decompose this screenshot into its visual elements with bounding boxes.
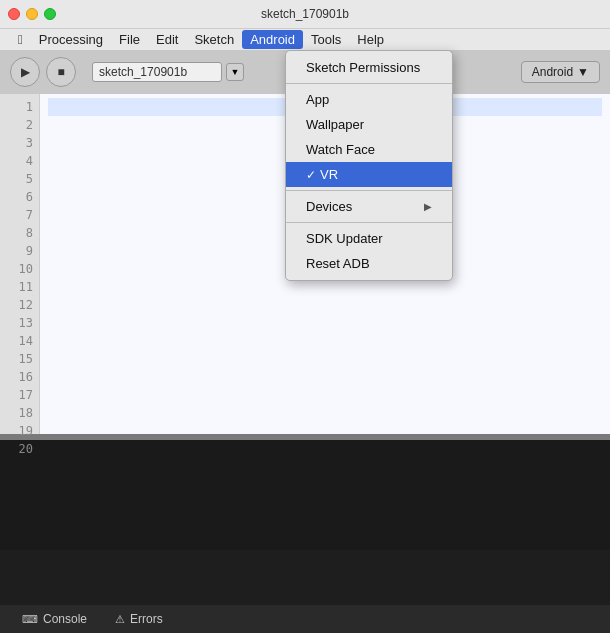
menu-reset-adb[interactable]: Reset ADB bbox=[286, 251, 452, 276]
stop-icon: ■ bbox=[57, 65, 64, 79]
editor-line-17 bbox=[48, 386, 602, 404]
menu-android[interactable]: Android bbox=[242, 30, 303, 49]
errors-tab-label: Errors bbox=[130, 612, 163, 626]
menu-wallpaper[interactable]: Wallpaper bbox=[286, 112, 452, 137]
menu-vr[interactable]: ✓ VR bbox=[286, 162, 452, 187]
menu-watch-face[interactable]: Watch Face bbox=[286, 137, 452, 162]
dropdown-arrow-icon: ▼ bbox=[231, 67, 240, 77]
editor-line-15 bbox=[48, 350, 602, 368]
android-label: Android bbox=[532, 65, 573, 79]
reset-adb-label: Reset ADB bbox=[306, 256, 370, 271]
stop-button[interactable]: ■ bbox=[46, 57, 76, 87]
console-tab[interactable]: ⌨ Console bbox=[8, 608, 101, 630]
app-label: App bbox=[306, 92, 329, 107]
console-icon: ⌨ bbox=[22, 613, 38, 626]
menu-file[interactable]: File bbox=[111, 30, 148, 49]
traffic-light-red[interactable] bbox=[8, 8, 20, 20]
window-title: sketch_170901b bbox=[261, 7, 349, 21]
separator-2 bbox=[286, 190, 452, 191]
errors-tab[interactable]: ⚠ Errors bbox=[101, 608, 177, 630]
traffic-light-yellow[interactable] bbox=[26, 8, 38, 20]
menu-sketch-permissions[interactable]: Sketch Permissions bbox=[286, 55, 452, 80]
sketch-dropdown-button[interactable]: ▼ bbox=[226, 63, 244, 81]
editor-line-14 bbox=[48, 332, 602, 350]
vr-checkmark: ✓ bbox=[306, 168, 316, 182]
editor-line-16 bbox=[48, 368, 602, 386]
editor-line-18 bbox=[48, 404, 602, 422]
console-tab-label: Console bbox=[43, 612, 87, 626]
menu-sdk-updater[interactable]: SDK Updater bbox=[286, 226, 452, 251]
menu-sketch[interactable]: Sketch bbox=[186, 30, 242, 49]
watch-face-label: Watch Face bbox=[306, 142, 375, 157]
sketch-name-input[interactable] bbox=[92, 62, 222, 82]
separator-3 bbox=[286, 222, 452, 223]
editor-line-19 bbox=[48, 422, 602, 440]
apple-menu[interactable]:  bbox=[10, 30, 31, 49]
errors-icon: ⚠ bbox=[115, 613, 125, 626]
menu-processing[interactable]: Processing bbox=[31, 30, 111, 49]
status-bar: ⌨ Console ⚠ Errors bbox=[0, 605, 610, 633]
title-bar: sketch_170901b bbox=[0, 0, 610, 28]
editor-line-12 bbox=[48, 296, 602, 314]
android-arrow-icon: ▼ bbox=[577, 65, 589, 79]
console-area[interactable] bbox=[0, 440, 610, 550]
menu-bar:  Processing File Edit Sketch Android To… bbox=[0, 28, 610, 50]
devices-arrow-icon: ▶ bbox=[424, 201, 432, 212]
menu-edit[interactable]: Edit bbox=[148, 30, 186, 49]
separator-1 bbox=[286, 83, 452, 84]
menu-app[interactable]: App bbox=[286, 87, 452, 112]
line-numbers: 12345 678910 1112131415 1617181920 bbox=[0, 94, 40, 434]
sdk-updater-label: SDK Updater bbox=[306, 231, 383, 246]
android-dropdown-menu: Sketch Permissions App Wallpaper Watch F… bbox=[285, 50, 453, 281]
play-icon: ▶ bbox=[21, 65, 30, 79]
devices-label: Devices bbox=[306, 199, 424, 214]
editor-line-13 bbox=[48, 314, 602, 332]
sketch-permissions-label: Sketch Permissions bbox=[306, 60, 420, 75]
menu-tools[interactable]: Tools bbox=[303, 30, 349, 49]
android-button[interactable]: Android ▼ bbox=[521, 61, 600, 83]
play-button[interactable]: ▶ bbox=[10, 57, 40, 87]
menu-help[interactable]: Help bbox=[349, 30, 392, 49]
traffic-light-green[interactable] bbox=[44, 8, 56, 20]
sketch-name-bar: ▼ bbox=[92, 62, 244, 82]
vr-label: VR bbox=[320, 167, 432, 182]
menu-devices[interactable]: Devices ▶ bbox=[286, 194, 452, 219]
wallpaper-label: Wallpaper bbox=[306, 117, 364, 132]
